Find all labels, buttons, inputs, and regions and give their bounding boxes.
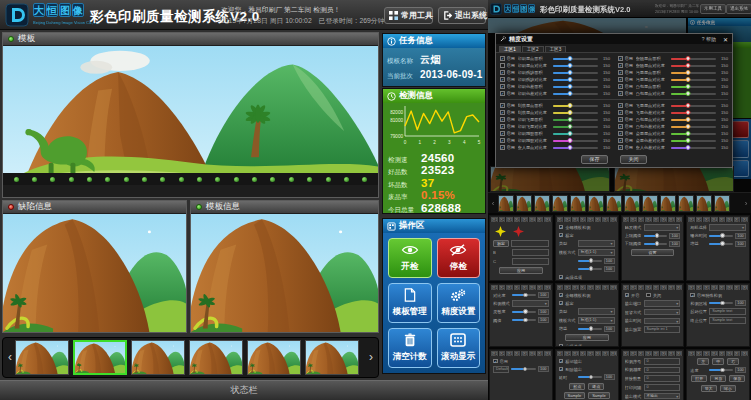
slider[interactable] — [671, 140, 717, 142]
card-tab[interactable]: 区2 — [630, 217, 637, 222]
card-tab[interactable]: 区5 — [587, 351, 594, 356]
filmstrip-thumbnail[interactable] — [642, 195, 658, 212]
card-tab[interactable]: 区5 — [521, 285, 528, 290]
close-icon[interactable]: ✕ — [723, 36, 728, 43]
filmstrip-thumbnail[interactable] — [696, 195, 712, 212]
slider[interactable] — [671, 86, 717, 88]
op-button-停检[interactable]: 停检 — [437, 238, 481, 278]
slider[interactable] — [512, 319, 536, 321]
slider[interactable] — [671, 112, 717, 114]
dropdown[interactable]: ▾ — [644, 224, 681, 231]
card-button[interactable]: 终点 — [588, 383, 604, 390]
enable-checkbox[interactable]: ✓ — [618, 70, 623, 75]
checkbox[interactable]: ✓ — [493, 359, 498, 364]
slider[interactable] — [553, 105, 599, 107]
card-button[interactable]: 起点 — [569, 383, 585, 390]
slider[interactable] — [671, 133, 717, 135]
card-tab[interactable]: 区2 — [499, 351, 506, 356]
slider[interactable] — [553, 133, 599, 135]
slider[interactable] — [671, 72, 717, 74]
common-tools-button[interactable]: 常用工具 — [384, 7, 433, 24]
enable-checkbox[interactable]: ✓ — [618, 138, 623, 143]
enable-checkbox[interactable]: ✓ — [500, 91, 505, 96]
text-input[interactable] — [512, 249, 549, 256]
card-tab[interactable]: 区2 — [564, 351, 571, 356]
card-button[interactable]: 标定 — [493, 240, 509, 247]
enable-checkbox[interactable]: ✓ — [500, 84, 505, 89]
slider[interactable] — [578, 376, 602, 378]
card-tab[interactable]: 区5 — [587, 217, 594, 222]
filmstrip-thumbnail[interactable] — [498, 195, 514, 212]
slider[interactable] — [671, 126, 717, 128]
card-tab[interactable]: 区5 — [719, 351, 726, 356]
checkbox[interactable]: ✓ — [559, 225, 564, 230]
enable-checkbox[interactable]: ✓ — [500, 117, 505, 122]
card-tab[interactable]: 区3 — [703, 351, 710, 356]
exit-system-button[interactable]: 退出系统 — [726, 4, 751, 14]
card-tab[interactable]: 区8 — [676, 351, 683, 356]
card-tab[interactable]: 区3 — [703, 285, 710, 290]
filmstrip-thumbnail[interactable] — [624, 195, 640, 212]
card-tab[interactable]: 区7 — [602, 285, 609, 290]
enable-checkbox[interactable]: ✓ — [618, 145, 623, 150]
slider[interactable] — [553, 126, 599, 128]
card-tab[interactable]: 区6 — [529, 217, 536, 222]
text-input[interactable] — [511, 240, 549, 247]
text-input[interactable]: 0 — [644, 367, 681, 374]
dropdown[interactable]: ▾ — [644, 318, 681, 325]
enable-checkbox[interactable]: ✓ — [618, 117, 623, 122]
slider[interactable] — [671, 79, 717, 81]
enable-checkbox[interactable]: ✓ — [500, 77, 505, 82]
enable-checkbox[interactable]: ✓ — [500, 138, 505, 143]
card-button[interactable]: 中 — [712, 358, 724, 365]
slider[interactable] — [553, 86, 599, 88]
card-tab[interactable]: 区3 — [506, 351, 513, 356]
card-button[interactable]: 左 — [697, 358, 709, 365]
card-tab[interactable]: 区7 — [537, 217, 544, 222]
card-tab[interactable]: 区5 — [653, 285, 660, 290]
help-button[interactable]: ? 帮助 — [702, 36, 716, 42]
card-tab[interactable]: 区8 — [676, 217, 683, 222]
card-tab[interactable]: 区2 — [499, 285, 506, 290]
card-tab[interactable]: 区8 — [610, 285, 617, 290]
card-button[interactable]: 放大 — [701, 385, 717, 392]
card-tab[interactable]: 区2 — [499, 217, 506, 222]
dropdown[interactable]: 不输出▾ — [644, 393, 681, 400]
filmstrip-left-arrow[interactable]: ‹ — [490, 199, 496, 208]
card-tab[interactable]: 区2 — [564, 285, 571, 290]
card-tab[interactable]: 区4 — [580, 285, 587, 290]
card-tab[interactable]: 区6 — [529, 351, 536, 356]
card-tab[interactable]: 区3 — [506, 285, 513, 290]
filmstrip-thumbnail[interactable] — [588, 195, 604, 212]
close-button[interactable]: 关闭 — [620, 155, 647, 164]
card-button[interactable]: 右 — [727, 358, 739, 365]
checkbox[interactable]: ✓ — [690, 293, 695, 298]
text-input[interactable]: Sample text — [709, 317, 746, 324]
op-button-开检[interactable]: 开检 — [388, 238, 432, 278]
card-tab[interactable]: 区4 — [711, 285, 718, 290]
checkbox[interactable]: ✓ — [559, 344, 564, 347]
card-button[interactable]: 保存 — [729, 375, 745, 382]
text-input[interactable]: 0 — [644, 358, 681, 365]
card-tab[interactable]: 区6 — [660, 285, 667, 290]
slider[interactable] — [644, 235, 668, 237]
card-tab[interactable]: 区6 — [595, 351, 602, 356]
slider[interactable] — [671, 65, 717, 67]
enable-checkbox[interactable]: ✓ — [500, 131, 505, 136]
card-tab[interactable]: 区4 — [645, 217, 652, 222]
card-tab[interactable]: 区8 — [610, 217, 617, 222]
text-input[interactable]: 0 — [644, 384, 681, 391]
slider[interactable] — [671, 58, 717, 60]
card-tab[interactable]: 区7 — [734, 217, 741, 222]
filmstrip-thumbnail[interactable] — [73, 340, 127, 375]
filmstrip-thumbnail[interactable] — [678, 195, 694, 212]
card-tab[interactable]: 区8 — [544, 217, 551, 222]
card-tab[interactable]: 区5 — [587, 285, 594, 290]
card-tab[interactable]: 区6 — [595, 285, 602, 290]
dialog-tab[interactable]: 工区1 — [499, 46, 521, 52]
enable-checkbox[interactable]: ✓ — [618, 84, 623, 89]
checkbox[interactable]: ✓ — [559, 275, 564, 280]
enable-checkbox[interactable]: ✓ — [618, 63, 623, 68]
filmstrip-right-arrow[interactable]: › — [366, 337, 376, 378]
enable-checkbox[interactable]: ✓ — [618, 103, 623, 108]
